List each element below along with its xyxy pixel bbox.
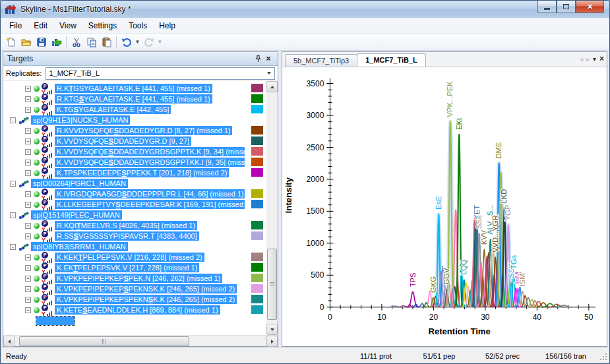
tree-horizontal-scrollbar[interactable]: [3, 335, 278, 346]
protein-row[interactable]: -sp|Q9H1E3|NUCKS_HUMAN: [3, 115, 266, 125]
expand-icon[interactable]: +: [25, 286, 31, 292]
scroll-left-button[interactable]: [3, 336, 15, 347]
expand-icon[interactable]: +: [25, 191, 31, 197]
peptide-row[interactable]: +PYR.KTGSYGALAEITASK.E [441, 455] (misse…: [3, 83, 266, 94]
expand-icon[interactable]: +: [25, 107, 31, 113]
tab-menu-icon[interactable]: ▾: [593, 55, 596, 63]
pin-icon[interactable]: [253, 53, 263, 64]
redo-dropdown[interactable]: ▼: [156, 35, 164, 49]
expand-icon[interactable]: +: [25, 276, 31, 282]
peptide-row[interactable]: +PYK.VVDYSQFQESDDADEDYGRDSGPPTKK.I [9, 3…: [3, 157, 266, 167]
peptide-row[interactable]: +PYR.SSSVGSSSSYPISPAVSR.T [4383, 4400]: [3, 231, 266, 241]
tab-1_MCF7_TiB_L[interactable]: 1_MCF7_TiB_L: [357, 53, 426, 67]
new-document-button[interactable]: [3, 35, 18, 49]
protein-icon: [18, 116, 29, 125]
redo-button[interactable]: [141, 35, 156, 49]
peptide-color-swatch: [251, 295, 263, 303]
scroll-up-button[interactable]: [266, 81, 278, 92]
collapse-icon[interactable]: -: [10, 117, 16, 123]
resize-grip[interactable]: [599, 352, 607, 360]
peptide-row[interactable]: +PYK.VPKPEPIPEPKEPSPEK.N [246, 262] (mis…: [3, 273, 266, 284]
save-file-button[interactable]: [34, 35, 49, 49]
collapse-icon[interactable]: -: [10, 244, 16, 250]
peptide-row[interactable]: +PYK.VPKPEPIPEPKEPSPEKNSK.K [246, 265] (…: [3, 294, 266, 305]
expand-icon[interactable]: +: [25, 233, 31, 239]
open-file-button[interactable]: [18, 35, 34, 49]
expand-icon[interactable]: +: [25, 86, 31, 92]
peptide-row[interactable]: +PYK.VVDYSQFQESDDADEDYGR.D [9, 27]: [3, 136, 266, 146]
protein-row[interactable]: -sp|O00264|PGRC1_HUMAN: [3, 178, 266, 189]
peptide-row[interactable]: +PYK.KEKTPELPEPSVK.V [216, 228] (missed …: [3, 252, 266, 262]
close-button[interactable]: ✕: [576, 1, 604, 13]
copy-button[interactable]: [84, 35, 99, 49]
replicates-combobox[interactable]: 1_MCF7_TiB_L: [46, 67, 275, 80]
import-results-button[interactable]: [49, 35, 64, 49]
tab-5b_MCF7_TiTip3[interactable]: 5b_MCF7_TiTip3: [285, 54, 357, 67]
scroll-right-button[interactable]: [266, 336, 278, 347]
targets-header[interactable]: Targets ×: [3, 52, 278, 66]
tab-close-icon[interactable]: ×: [599, 54, 604, 63]
tab-scroll-left-icon[interactable]: ◃: [580, 55, 583, 63]
expand-icon[interactable]: +: [25, 170, 31, 176]
expand-icon[interactable]: +: [25, 128, 31, 134]
minimize-button[interactable]: [537, 1, 557, 13]
peptide-color-swatch: [251, 200, 263, 208]
expand-icon[interactable]: +: [25, 160, 31, 166]
targets-panel: Targets × Replicates: 1_MCF7_TiB_L +PYR.…: [3, 51, 278, 347]
targets-tree-wrap: +PYR.KTGSYGALAEITASK.E [441, 455] (misse…: [3, 81, 278, 335]
maximize-button[interactable]: [557, 1, 576, 13]
peptide-row[interactable]: +PYR.KQITMEELVR.S [4026, 4035] (missed 1…: [3, 220, 266, 231]
peptide-icon: PY: [42, 284, 53, 294]
collapse-icon[interactable]: -: [10, 212, 16, 218]
peptide-row[interactable]: +PYK.LLKEGEEPTVYSDEEEPKDESAR.K [169, 191…: [3, 199, 266, 210]
cut-button[interactable]: [69, 35, 84, 49]
expand-icon[interactable]: +: [25, 223, 31, 229]
peptide-row[interactable]: +PYK.TPSPKEEDEEPESPPEKK.T [201, 218] (mi…: [3, 167, 266, 178]
undo-button[interactable]: [119, 35, 134, 49]
new-node-placeholder[interactable]: [36, 317, 75, 325]
protein-row[interactable]: -sp|Q8IYB3|SRRM1_HUMAN: [3, 241, 266, 252]
title-bar[interactable]: Skyline - Ms1FilterTutorial.sky * ✕: [1, 1, 609, 18]
new-node-stub[interactable]: [3, 315, 266, 326]
menu-view[interactable]: View: [53, 18, 82, 33]
peptide-status-icon: [34, 223, 40, 229]
undo-dropdown[interactable]: ▼: [134, 35, 141, 49]
menu-file[interactable]: File: [3, 18, 28, 33]
expand-icon[interactable]: +: [25, 202, 31, 208]
menu-settings[interactable]: Settings: [82, 18, 123, 33]
scroll-thumb[interactable]: [267, 249, 277, 320]
chromatogram-chart[interactable]: 050010001500200025003000350001020304050R…: [282, 67, 607, 346]
menu-edit[interactable]: Edit: [28, 18, 53, 33]
protein-row[interactable]: -sp|Q15149|PLEC_HUMAN: [3, 210, 266, 220]
peptide-sequence: K.EKTPELPEPSVK.V [217, 228] (missed 1): [55, 263, 199, 272]
expand-icon[interactable]: +: [25, 138, 31, 144]
open-folder-icon: [21, 37, 32, 47]
scroll-down-button[interactable]: [266, 324, 278, 335]
expand-icon[interactable]: +: [25, 149, 31, 155]
paste-button[interactable]: [99, 35, 114, 49]
expand-icon[interactable]: +: [25, 307, 31, 313]
peptide-status-icon: [34, 233, 40, 239]
scroll-thumb[interactable]: [19, 336, 189, 346]
peptide-icon: PY: [42, 200, 53, 210]
collapse-icon[interactable]: -: [10, 181, 16, 187]
peptide-row[interactable]: +PYK.VVDYSQFQESDDADEDYGRDSGPPTK.K [9, 34…: [3, 146, 266, 157]
peptide-row[interactable]: +PYK.IVRGDQPAASGDSDDDEPPPLPR.L [44, 66] …: [3, 189, 266, 199]
tab-scroll-right-icon[interactable]: ▹: [586, 55, 590, 63]
chevron-down-icon[interactable]: [264, 68, 274, 79]
peptide-row[interactable]: +PYK.KETESEAEDNLDDLEK.H [869, 884] (miss…: [3, 305, 266, 315]
peptide-row[interactable]: +PYK.TGSYGALAEITASK.E [442, 455]: [3, 104, 266, 115]
peptide-row[interactable]: +PYK.EKTPELPEPSVK.V [217, 228] (missed 1…: [3, 262, 266, 273]
peptide-row[interactable]: +PYR.KTGSYGALAEITASK.E [441, 455] (misse…: [3, 94, 266, 104]
tree-vertical-scrollbar[interactable]: [266, 81, 278, 335]
menu-tools[interactable]: Tools: [123, 18, 153, 33]
expand-icon[interactable]: +: [25, 297, 31, 303]
expand-icon[interactable]: +: [25, 255, 31, 260]
expand-icon[interactable]: +: [25, 96, 31, 102]
close-panel-icon[interactable]: ×: [263, 53, 274, 64]
peptide-sequence: K.VPKPEPIPEPKEPSPEKNSK.K [246, 265] (mis…: [55, 284, 237, 293]
expand-icon[interactable]: +: [25, 265, 31, 271]
peptide-row[interactable]: +PYR.KVVDYSQFQESDDADEDYGR.D [8, 27] (mis…: [3, 125, 266, 136]
menu-help[interactable]: Help: [153, 18, 181, 33]
peptide-row[interactable]: +PYK.VPKPEPIPEPKEPSPEKNSK.K [246, 265] (…: [3, 284, 266, 294]
